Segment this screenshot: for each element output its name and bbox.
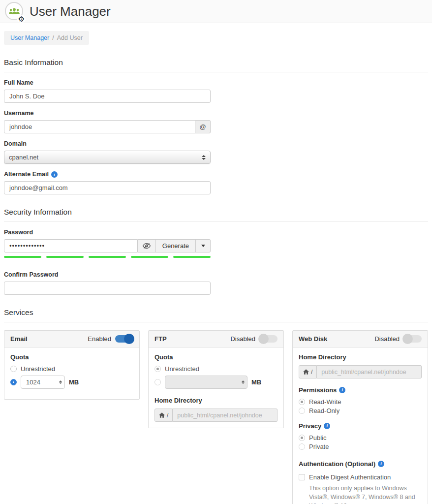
webdisk-home-directory-label: Home Directory bbox=[299, 353, 422, 361]
confirm-password-input[interactable] bbox=[4, 282, 211, 295]
webdisk-digest-auth-label: Enable Digest Authentication bbox=[309, 473, 391, 481]
strength-bar bbox=[131, 256, 168, 258]
security-information-heading: Security Information bbox=[4, 208, 428, 222]
domain-select[interactable]: cpanel.net bbox=[4, 151, 211, 164]
webdisk-status-label: Disabled bbox=[374, 335, 400, 343]
app-header: ⚙ User Manager bbox=[0, 0, 432, 23]
strength-bar bbox=[89, 256, 126, 258]
breadcrumb-link-user-manager[interactable]: User Manager bbox=[10, 34, 49, 41]
webdisk-read-only-label: Read-Only bbox=[309, 407, 339, 414]
email-card-title: Email bbox=[10, 335, 28, 343]
breadcrumb-current: Add User bbox=[57, 34, 83, 41]
webdisk-privacy-label: Privacy bbox=[299, 422, 321, 430]
breadcrumb-separator: / bbox=[52, 34, 54, 41]
webdisk-read-write-radio bbox=[299, 399, 305, 405]
show-password-button[interactable] bbox=[138, 239, 156, 252]
user-manager-logo: ⚙ bbox=[5, 2, 25, 22]
email-quota-limited-radio[interactable] bbox=[10, 379, 17, 385]
info-icon[interactable]: i bbox=[51, 171, 58, 178]
email-status-label: Enabled bbox=[88, 335, 111, 343]
webdisk-auth-label: Authentication (Optional) bbox=[299, 460, 375, 468]
alternate-email-label: Alternate Email bbox=[4, 171, 49, 178]
users-group-glyph bbox=[8, 8, 20, 15]
caret-down-icon bbox=[201, 245, 205, 247]
info-icon[interactable]: i bbox=[378, 461, 384, 467]
page-title: User Manager bbox=[30, 4, 111, 19]
username-input[interactable] bbox=[4, 120, 195, 133]
full-name-input[interactable] bbox=[4, 90, 211, 103]
ftp-quota-limited-radio bbox=[154, 379, 161, 385]
ftp-quota-input bbox=[165, 376, 247, 389]
confirm-password-label: Confirm Password bbox=[4, 271, 211, 278]
strength-bar bbox=[173, 256, 211, 258]
webdisk-home-directory-group: / public_html/cpanel.net/johndoe bbox=[299, 365, 422, 378]
generate-password-button[interactable]: Generate bbox=[156, 239, 196, 252]
ftp-home-directory-group: / public_html/cpanel.net/johndoe bbox=[154, 409, 278, 422]
strength-bar bbox=[46, 256, 84, 258]
webdisk-digest-auth-checkbox bbox=[299, 474, 305, 480]
home-icon bbox=[303, 369, 309, 375]
select-arrows-icon bbox=[202, 155, 206, 160]
email-service-card: Email Enabled Quota Unrestricted 1024 bbox=[4, 330, 140, 400]
domain-selected-value: cpanel.net bbox=[9, 154, 38, 161]
username-at-addon: @ bbox=[195, 120, 211, 133]
gear-icon: ⚙ bbox=[17, 15, 26, 23]
number-spinner-icon bbox=[239, 380, 245, 384]
email-quota-unit: MB bbox=[69, 378, 79, 386]
info-icon[interactable]: i bbox=[339, 387, 345, 393]
webdisk-digest-auth-help: This option only applies to Windows Vist… bbox=[309, 484, 416, 504]
generate-options-button[interactable] bbox=[196, 239, 211, 252]
home-icon bbox=[159, 412, 165, 418]
services-heading: Services bbox=[4, 308, 428, 322]
number-spinner-icon[interactable] bbox=[57, 380, 62, 384]
ftp-service-card: FTP Disabled Quota Unrestricted bbox=[148, 330, 284, 428]
ftp-quota-unit: MB bbox=[251, 378, 261, 386]
password-label: Password bbox=[4, 229, 211, 236]
ftp-card-title: FTP bbox=[154, 335, 167, 343]
strength-bar bbox=[4, 256, 41, 258]
domain-label: Domain bbox=[4, 140, 211, 147]
email-quota-unrestricted-label: Unrestricted bbox=[21, 365, 55, 373]
webdisk-permissions-label: Permissions bbox=[299, 386, 337, 394]
email-toggle[interactable]: Enabled bbox=[88, 335, 133, 343]
webdisk-read-only-radio bbox=[299, 408, 305, 414]
webdisk-toggle[interactable]: Disabled bbox=[374, 335, 422, 343]
webdisk-home-directory-input: public_html/cpanel.net/johndoe bbox=[317, 365, 422, 378]
full-name-label: Full Name bbox=[4, 79, 211, 86]
ftp-toggle[interactable]: Disabled bbox=[230, 335, 278, 343]
breadcrumb: User Manager / Add User bbox=[4, 31, 89, 45]
password-strength-meter bbox=[4, 256, 211, 258]
info-icon[interactable]: i bbox=[324, 423, 330, 429]
ftp-home-directory-input: public_html/cpanel.net/johndoe bbox=[173, 409, 278, 422]
ftp-status-label: Disabled bbox=[230, 335, 255, 343]
password-input[interactable] bbox=[4, 239, 138, 252]
webdisk-service-card: Web Disk Disabled Home Directory / publi… bbox=[292, 330, 428, 504]
ftp-quota-unrestricted-radio bbox=[154, 366, 161, 372]
ftp-quota-unrestricted-label: Unrestricted bbox=[165, 365, 199, 373]
alternate-email-input[interactable] bbox=[4, 181, 211, 194]
webdisk-private-label: Private bbox=[309, 443, 329, 450]
email-quota-unrestricted-radio[interactable] bbox=[10, 366, 17, 372]
email-quota-input[interactable]: 1024 bbox=[21, 376, 65, 389]
webdisk-card-title: Web Disk bbox=[299, 335, 327, 343]
basic-information-heading: Basic Information bbox=[4, 58, 428, 72]
webdisk-public-radio bbox=[299, 435, 305, 441]
username-label: Username bbox=[4, 110, 211, 117]
ftp-home-directory-label: Home Directory bbox=[154, 397, 278, 404]
eye-slash-icon bbox=[142, 243, 151, 249]
webdisk-private-radio bbox=[299, 443, 305, 450]
webdisk-public-label: Public bbox=[309, 434, 326, 441]
email-quota-label: Quota bbox=[10, 353, 133, 361]
webdisk-read-write-label: Read-Write bbox=[309, 398, 341, 406]
ftp-quota-label: Quota bbox=[154, 353, 278, 361]
